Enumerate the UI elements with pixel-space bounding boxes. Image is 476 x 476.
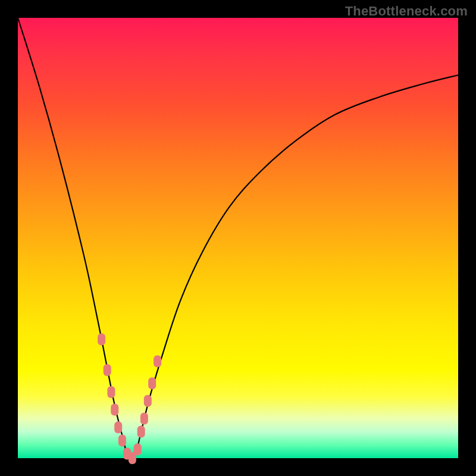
curve-marker: [104, 364, 111, 376]
curve-marker: [111, 404, 118, 416]
curve-marker: [118, 434, 126, 446]
curve-marker: [134, 443, 142, 455]
marker-group: [98, 333, 161, 464]
curve-marker: [98, 333, 105, 345]
curve-marker: [148, 377, 156, 389]
curve-marker: [154, 355, 161, 367]
plot-area: [18, 18, 458, 458]
chart-frame: TheBottleneck.com: [0, 0, 476, 476]
curve-marker: [137, 426, 145, 438]
curve-marker: [114, 421, 122, 433]
watermark-text: TheBottleneck.com: [345, 4, 468, 19]
curve-marker: [144, 395, 152, 407]
curve-marker: [140, 412, 148, 424]
bottleneck-curve-path: [18, 18, 458, 460]
curve-marker: [107, 386, 115, 398]
curve-svg: [18, 18, 458, 458]
